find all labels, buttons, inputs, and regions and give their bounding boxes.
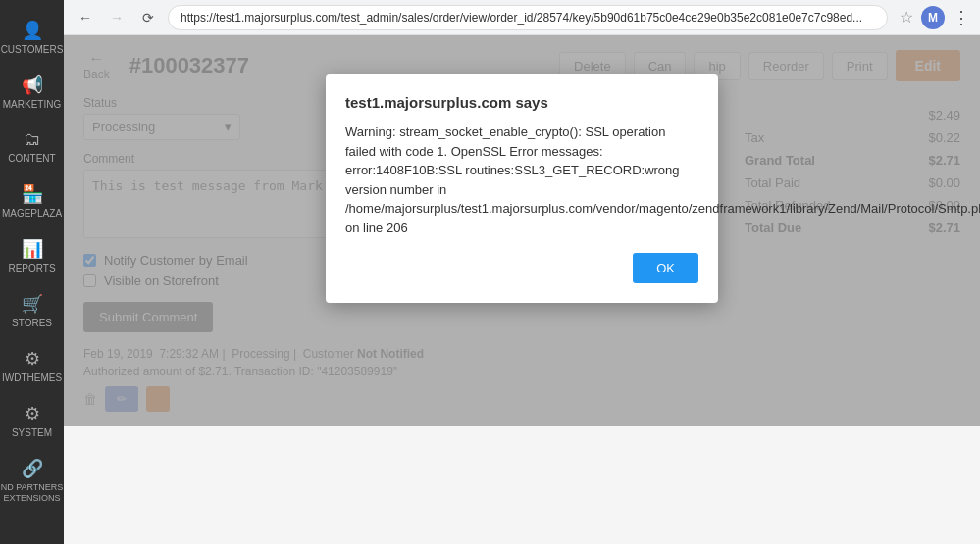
- sidebar-item-label: ND PARTNERS EXTENSIONS: [0, 482, 64, 504]
- modal-title: test1.majorsurplus.com says: [345, 94, 698, 111]
- sidebar-item-label: IWDTHEMES: [2, 372, 62, 383]
- sidebar-item-label: MARKETING: [3, 99, 61, 110]
- content-icon: 🗂: [24, 129, 41, 150]
- forward-nav-button[interactable]: →: [105, 6, 129, 29]
- reload-button[interactable]: ⟳: [136, 6, 160, 29]
- sidebar-item-system[interactable]: ⚙ SYSTEM: [0, 393, 64, 448]
- sidebar-item-partners[interactable]: 🔗 ND PARTNERS EXTENSIONS: [0, 448, 64, 514]
- marketing-icon: 📢: [22, 74, 43, 96]
- sidebar-item-iwdthemes[interactable]: ⚙ IWDTHEMES: [0, 338, 64, 393]
- sidebar-item-label: CONTENT: [8, 153, 55, 164]
- sidebar-item-label: MAGEPLAZA: [2, 208, 62, 219]
- sidebar-item-mageplaza[interactable]: 🏪 MAGEPLAZA: [0, 173, 64, 228]
- customers-icon: 👤: [22, 20, 43, 41]
- modal-footer: OK: [345, 253, 698, 283]
- partners-icon: 🔗: [22, 458, 43, 479]
- sidebar-item-stores[interactable]: 🛒 STORES: [0, 283, 64, 338]
- reports-icon: 📊: [22, 238, 43, 260]
- browser-bar: ← → ⟳ ☆ M ⋮: [64, 0, 980, 35]
- sidebar-item-customers[interactable]: 👤 CUSTOMERS: [0, 10, 64, 65]
- modal-dialog: test1.majorsurplus.com says Warning: str…: [326, 74, 718, 303]
- sidebar-item-marketing[interactable]: 📢 MARKETING: [0, 65, 64, 120]
- bookmark-icon[interactable]: ☆: [900, 8, 913, 26]
- sidebar: 👤 CUSTOMERS 📢 MARKETING 🗂 CONTENT 🏪 MAGE…: [0, 0, 64, 544]
- sidebar-item-label: SYSTEM: [12, 427, 52, 438]
- sidebar-item-reports[interactable]: 📊 REPORTS: [0, 228, 64, 283]
- main-content: ← → ⟳ ☆ M ⋮ ← Back #100032377 Delete Can…: [64, 0, 980, 544]
- menu-icon[interactable]: ⋮: [953, 7, 970, 28]
- mageplaza-icon: 🏪: [22, 183, 43, 205]
- sidebar-item-label: STORES: [12, 318, 52, 328]
- system-icon: ⚙: [25, 403, 40, 424]
- url-bar[interactable]: [168, 5, 888, 30]
- sidebar-item-label: REPORTS: [8, 263, 55, 273]
- sidebar-item-label: CUSTOMERS: [1, 44, 64, 55]
- sidebar-item-content[interactable]: 🗂 CONTENT: [0, 120, 64, 173]
- avatar: M: [921, 6, 945, 29]
- modal-overlay: test1.majorsurplus.com says Warning: str…: [64, 35, 980, 426]
- page-area: ← Back #100032377 Delete Can hip Reorder…: [64, 35, 980, 426]
- back-nav-button[interactable]: ←: [74, 6, 97, 29]
- modal-body: Warning: stream_socket_enable_crypto(): …: [345, 123, 698, 237]
- stores-icon: 🛒: [22, 293, 43, 315]
- iwdthemes-icon: ⚙: [25, 348, 40, 370]
- modal-ok-button[interactable]: OK: [633, 253, 698, 283]
